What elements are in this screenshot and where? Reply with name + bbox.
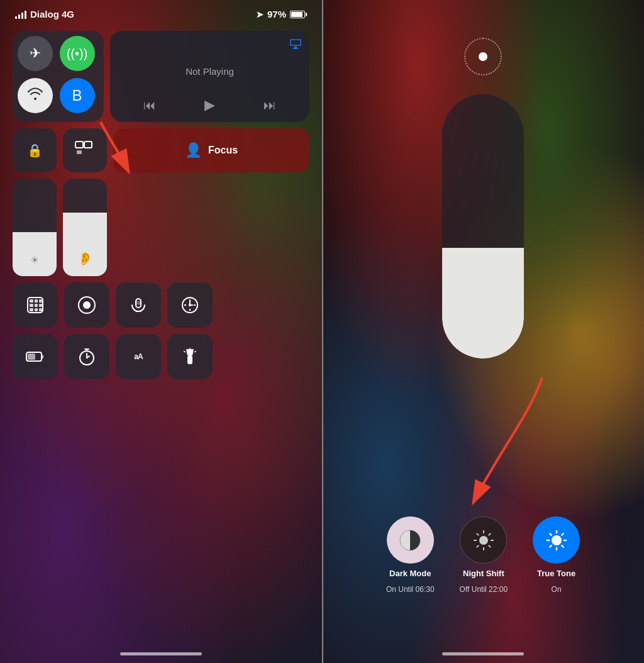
screen-record-button[interactable] (64, 282, 109, 328)
status-bar: Dialog 4G ➤ 97% (0, 0, 322, 23)
true-tone-label: True Tone (537, 569, 575, 579)
fast-forward-button[interactable]: ⏭ (264, 98, 276, 113)
cc-top-row: ✈ ((•)) B (13, 31, 309, 122)
dark-mode-container: Dark Mode On Until 06:30 (386, 516, 435, 594)
airplane-icon: ✈ (30, 45, 41, 62)
svg-line-46 (477, 533, 478, 535)
cellular-toggle[interactable]: ((•)) (60, 36, 95, 71)
signal-bar-4 (25, 11, 26, 19)
svg-point-41 (479, 536, 488, 545)
play-button[interactable]: ▶ (204, 97, 215, 113)
brightness-fill (442, 248, 524, 359)
focus-icon: 👤 (185, 142, 202, 159)
timer-button[interactable] (64, 334, 109, 379)
flashlight-button[interactable] (167, 334, 213, 379)
right-arrow (448, 365, 574, 522)
signal-bar-3 (21, 13, 23, 19)
svg-line-49 (477, 545, 478, 547)
location-icon: ➤ (256, 9, 264, 20)
airplane-mode-toggle[interactable]: ✈ (18, 36, 53, 71)
svg-rect-12 (35, 308, 38, 311)
night-shift-sublabel: Off Until 22:00 (460, 585, 508, 594)
cc-second-row: 🔒 👤 Focus (13, 128, 309, 172)
signal-bar-2 (18, 14, 20, 19)
panel-divider (322, 0, 323, 663)
svg-rect-1 (84, 142, 92, 148)
svg-rect-10 (39, 304, 42, 307)
svg-rect-0 (75, 142, 83, 148)
night-shift-button[interactable] (460, 516, 507, 564)
signal-bars (15, 10, 26, 19)
right-home-indicator (442, 652, 524, 655)
not-playing-label: Not Playing (119, 46, 301, 97)
text-size-icon: aA (134, 352, 142, 361)
control-center: ✈ ((•)) B (0, 23, 322, 387)
display-options-row: Dark Mode On Until 06:30 (322, 516, 644, 594)
battery-icon (290, 11, 307, 18)
svg-rect-5 (30, 299, 33, 303)
svg-rect-9 (35, 304, 38, 307)
svg-rect-2 (77, 150, 82, 154)
dark-mode-label: Dark Mode (389, 569, 431, 579)
clock-button[interactable] (167, 282, 213, 328)
battery-percent: 97% (267, 9, 286, 20)
night-shift-label: Night Shift (463, 569, 504, 579)
brightness-pill-slider[interactable] (442, 94, 524, 359)
svg-line-57 (562, 533, 563, 535)
media-controls: ⏮ ▶ ⏭ (119, 97, 301, 113)
focus-toggle[interactable]: 👤 Focus (113, 128, 309, 172)
brightness-slider[interactable]: ☀ (13, 179, 57, 276)
wifi-icon (27, 87, 43, 104)
right-content: Dark Mode On Until 06:30 (322, 0, 644, 663)
low-power-button[interactable] (13, 334, 58, 379)
signal-bar-1 (15, 16, 17, 19)
volume-slider[interactable]: 👂 (63, 179, 107, 276)
cellular-icon: ((•)) (67, 47, 88, 61)
rotation-lock-toggle[interactable]: 🔒 (13, 128, 57, 172)
calculator-button[interactable] (13, 282, 58, 328)
svg-line-56 (562, 545, 563, 547)
true-tone-container: True Tone On (533, 516, 580, 594)
screen-record-icon (78, 296, 96, 314)
svg-rect-7 (39, 299, 42, 303)
text-size-button[interactable]: aA (116, 334, 161, 379)
dark-mode-sublabel: On Until 06:30 (386, 585, 435, 594)
svg-point-50 (552, 535, 562, 545)
svg-line-48 (489, 533, 490, 535)
volume-icon: 👂 (77, 251, 93, 266)
sun-dots-ring (464, 38, 502, 75)
home-indicator (120, 652, 202, 655)
right-panel: Dark Mode On Until 06:30 (322, 0, 644, 663)
screen-mirror-toggle[interactable] (63, 128, 107, 172)
dark-mode-button[interactable] (387, 516, 434, 564)
brightness-icon: ☀ (30, 254, 39, 266)
sun-brightness-icon (464, 38, 502, 75)
true-tone-button[interactable] (533, 516, 580, 564)
svg-line-47 (489, 545, 490, 547)
svg-rect-28 (42, 355, 43, 359)
svg-line-58 (550, 545, 551, 547)
svg-line-36 (184, 351, 186, 352)
airplay-icon[interactable] (289, 38, 302, 53)
icon-row-2: aA (13, 334, 309, 379)
true-tone-sublabel: On (552, 585, 562, 594)
bluetooth-toggle[interactable]: B (60, 78, 95, 113)
status-left: Dialog 4G (15, 9, 74, 20)
rotation-icon: 🔒 (27, 143, 43, 158)
svg-line-55 (550, 533, 551, 535)
svg-rect-11 (30, 308, 33, 311)
svg-rect-29 (28, 354, 35, 360)
media-player: Not Playing ⏮ ▶ ⏭ (110, 31, 309, 122)
svg-rect-35 (187, 355, 192, 364)
svg-line-37 (194, 351, 196, 352)
carrier-label: Dialog 4G (30, 9, 74, 20)
sliders-row: ☀ 👂 (13, 179, 309, 276)
wifi-toggle[interactable] (18, 78, 53, 113)
sound-recognition-button[interactable] (116, 282, 161, 328)
svg-point-26 (189, 304, 191, 306)
rewind-button[interactable]: ⏮ (143, 98, 156, 113)
mirror-icon (75, 140, 95, 161)
svg-rect-8 (30, 304, 33, 307)
connectivity-block: ✈ ((•)) B (13, 31, 104, 122)
svg-rect-6 (35, 299, 38, 303)
